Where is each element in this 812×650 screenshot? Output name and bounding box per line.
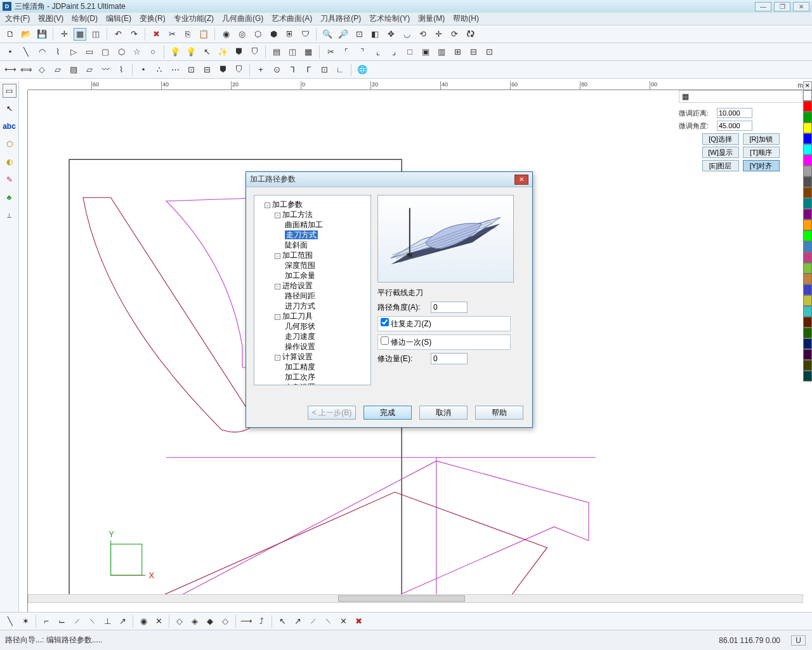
color-swatch[interactable] — [803, 101, 812, 112]
tree-node[interactable]: 几何形状 — [257, 321, 368, 331]
crosshair-icon[interactable]: ✛ — [58, 28, 70, 41]
color-swatch[interactable] — [803, 123, 812, 133]
tree-node[interactable]: 加工精度 — [257, 362, 368, 372]
recip-checkbox[interactable] — [381, 318, 389, 326]
menu-file[interactable]: 文件(F) — [5, 13, 30, 24]
dialog-titlebar[interactable]: 加工路径参数 ✕ — [246, 172, 532, 187]
cut-icon[interactable]: ✂ — [166, 28, 178, 41]
path-12-icon[interactable]: ◈ — [188, 615, 201, 628]
dotted2-icon[interactable]: ▱ — [83, 63, 96, 76]
dim-h-icon[interactable]: ⟷ — [4, 63, 16, 76]
color-swatch[interactable] — [803, 284, 812, 295]
shield-6-icon[interactable]: ⛉ — [232, 63, 245, 76]
angle-icon[interactable]: ∟ — [334, 63, 346, 76]
shield-icon[interactable]: ⛨ — [283, 28, 296, 41]
save-icon[interactable]: 💾 — [36, 28, 48, 41]
color-swatch[interactable] — [803, 328, 812, 338]
corner-bl-icon[interactable]: ⌞ — [372, 46, 384, 58]
tree-node[interactable]: -进给设置 — [257, 281, 368, 291]
scrollbar-horizontal[interactable] — [28, 594, 803, 603]
square2-icon[interactable]: ▣ — [419, 46, 432, 58]
menu-measure[interactable]: 测量(M) — [418, 13, 445, 24]
center-icon[interactable]: ✛ — [432, 28, 445, 41]
path-18-icon[interactable]: ↗ — [291, 615, 304, 628]
recip-checkbox-row[interactable]: 往复走刀(Z) — [377, 316, 511, 331]
menu-edit[interactable]: 编辑(E) — [106, 13, 131, 24]
tree2-icon[interactable]: ⊟ — [467, 46, 480, 58]
menu-transform[interactable]: 变换(R) — [140, 13, 166, 24]
text-tool-icon[interactable]: abc — [3, 119, 16, 133]
box-icon[interactable]: ⊡ — [318, 63, 331, 76]
path-7-icon[interactable]: ⊥ — [101, 615, 114, 628]
tree-node[interactable]: 尖角设置 — [257, 382, 368, 385]
shield-3-icon[interactable]: ⛊ — [232, 46, 245, 58]
minimize-button[interactable]: — — [755, 2, 771, 11]
color-swatch[interactable] — [803, 252, 812, 263]
prev-button[interactable]: < 上一步(B) — [308, 406, 356, 420]
shield-2-icon[interactable]: 🛡 — [299, 28, 311, 41]
rotate-tool-icon[interactable]: ◐ — [3, 155, 16, 169]
trim-icon[interactable]: ✂ — [324, 46, 337, 58]
tree-node[interactable]: 曲面精加工 — [257, 220, 368, 230]
dot2-icon[interactable]: ⊙ — [270, 63, 283, 76]
path-1-icon[interactable]: ╲ — [4, 615, 16, 628]
pan-icon[interactable]: ✥ — [384, 28, 397, 41]
color-swatch[interactable] — [803, 349, 812, 360]
path-9-icon[interactable]: ◉ — [137, 615, 150, 628]
refresh-icon[interactable]: 🗘 — [464, 28, 476, 41]
trim-amount-input[interactable] — [431, 353, 468, 364]
color-swatch[interactable] — [803, 155, 812, 166]
zoom-arc-icon[interactable]: ◡ — [400, 28, 413, 41]
color-swatch[interactable] — [803, 338, 812, 349]
angle-input[interactable] — [431, 302, 468, 313]
ungroup-icon[interactable]: ⊟ — [200, 63, 213, 76]
shape-tool-icon[interactable]: ⬡ — [3, 137, 16, 151]
dim-v-icon[interactable]: ⟺ — [20, 63, 32, 76]
dot-icon[interactable]: • — [137, 63, 150, 76]
3d-tool-icon[interactable]: ♣ — [3, 190, 16, 204]
layers-icon[interactable]: ▤ — [270, 46, 283, 58]
snap-icon[interactable]: ◫ — [89, 28, 102, 41]
tree-node[interactable]: -加工刀具 — [257, 311, 368, 321]
path-22-icon[interactable]: ✖ — [352, 615, 365, 628]
menu-view[interactable]: 视图(V) — [38, 13, 63, 24]
xy2-icon[interactable]: ᒥ — [302, 63, 315, 76]
tool-c[interactable]: ⬡ — [251, 28, 264, 41]
color-swatch[interactable] — [803, 187, 812, 198]
open-icon[interactable]: 📂 — [20, 28, 32, 41]
path-13-icon[interactable]: ◆ — [204, 615, 216, 628]
color-swatch[interactable] — [803, 263, 812, 274]
color-swatch[interactable] — [803, 220, 812, 230]
tree-node[interactable]: 操作设置 — [257, 342, 368, 352]
shield-4-icon[interactable]: ⛉ — [248, 46, 261, 58]
view-icon[interactable]: ▦ — [302, 46, 315, 58]
maximize-button[interactable]: ❐ — [774, 2, 790, 11]
shield-5-icon[interactable]: ⛊ — [216, 63, 229, 76]
polyline-icon[interactable]: ⌇ — [51, 46, 64, 58]
color-swatch[interactable] — [803, 133, 812, 144]
grid-icon[interactable]: ▦ — [74, 28, 86, 41]
color-swatch[interactable] — [803, 230, 812, 241]
tool-a[interactable]: ◉ — [219, 28, 232, 41]
bulb-off-icon[interactable]: 💡 — [185, 46, 197, 58]
star-icon[interactable]: ☆ — [131, 46, 143, 58]
tree-icon[interactable]: ⊞ — [451, 46, 464, 58]
btn-q-select[interactable]: [Q]选择 — [702, 133, 739, 145]
tree-node[interactable]: -加工方法 — [257, 209, 368, 220]
arrow-tool-icon[interactable]: ↖ — [3, 102, 16, 116]
zoom-out-icon[interactable]: 🔎 — [337, 28, 350, 41]
color-swatch[interactable] — [803, 209, 812, 220]
tree-node[interactable]: 走刀速度 — [257, 331, 368, 342]
curve-icon[interactable]: 〰 — [99, 63, 112, 76]
doc-close-icon[interactable]: ✕ — [803, 81, 812, 90]
btn-e-layer[interactable]: [E]图层 — [702, 160, 739, 171]
zoom-arc2-icon[interactable]: ⟲ — [416, 28, 429, 41]
circle-icon[interactable]: ○ — [147, 46, 159, 58]
zoom-range-icon[interactable]: ◧ — [369, 28, 381, 41]
tree-node[interactable]: -加工范围 — [257, 250, 368, 260]
param-tree[interactable]: -加工参数-加工方法曲面精加工走刀方式陡斜面-加工范围深度范围加工余量-进给设置… — [254, 195, 371, 385]
rect-icon[interactable]: ▭ — [83, 46, 96, 58]
tree-node[interactable]: -计算设置 — [257, 352, 368, 362]
paste-icon[interactable]: 📋 — [197, 28, 210, 41]
line-icon[interactable]: ╲ — [20, 46, 32, 58]
